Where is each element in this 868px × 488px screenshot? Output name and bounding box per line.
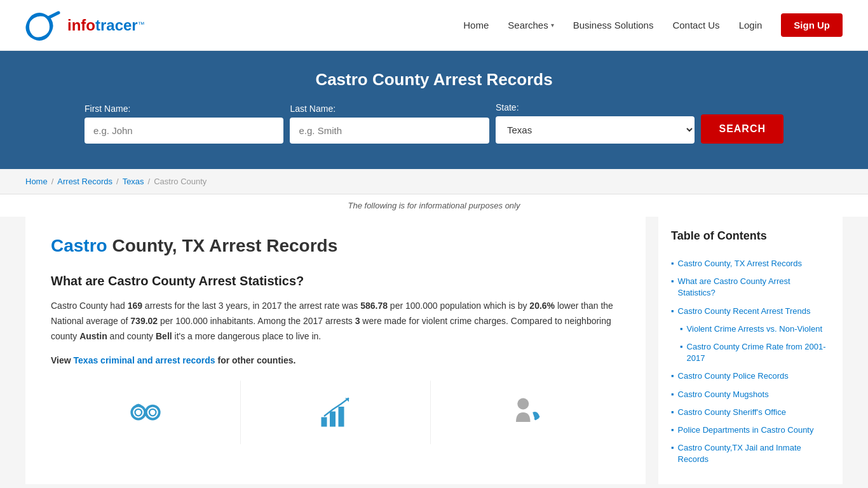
logo-tm: ™ xyxy=(138,20,145,28)
stats-text-8: it's a more dangerous place to live in. xyxy=(172,331,322,341)
toc-item-3: Violent Crime Arrests vs. Non-Violent xyxy=(680,323,830,335)
logo-red: info xyxy=(67,17,95,34)
toc-item-4: Castro County Crime Rate from 2001-2017 xyxy=(680,341,830,364)
breadcrumb: Home / Arrest Records / Texas / Castro C… xyxy=(0,169,868,194)
page-title-rest: County, TX Arrest Records xyxy=(107,236,338,255)
breadcrumb-sep-1: / xyxy=(51,177,54,186)
toc-item-0: Castro County, TX Arrest Records xyxy=(671,258,830,269)
nav-home[interactable]: Home xyxy=(463,20,489,30)
svg-rect-9 xyxy=(330,412,336,427)
chevron-down-icon: ▾ xyxy=(551,22,554,29)
navbar: infotracer™ Home Searches ▾ Business Sol… xyxy=(0,0,868,51)
toc-link-4[interactable]: Castro County Crime Rate from 2001-2017 xyxy=(687,341,830,364)
svg-line-2 xyxy=(48,13,58,18)
chart-icon xyxy=(316,393,355,431)
state-label: State: xyxy=(496,102,695,112)
view-more-link[interactable]: Texas criminal and arrest records xyxy=(74,355,215,365)
disclaimer-bar: The following is for informational purpo… xyxy=(0,194,868,217)
toc-link-6[interactable]: Castro County Mugshots xyxy=(678,389,769,400)
toc-item-8: Police Departments in Castro County xyxy=(671,424,830,436)
icons-row xyxy=(51,381,620,444)
stats-text-7: and county xyxy=(107,331,156,341)
hero-section: Castro County Arrest Records First Name:… xyxy=(0,51,868,169)
view-more-suffix: for other counties. xyxy=(215,355,296,365)
svg-point-12 xyxy=(517,398,529,410)
toc-item-1: What are Castro County Arrest Statistics… xyxy=(671,276,830,299)
icon-card-handcuffs xyxy=(51,381,241,444)
first-name-label: First Name: xyxy=(85,104,283,114)
breadcrumb-home[interactable]: Home xyxy=(25,177,48,186)
signup-button[interactable]: Sign Up xyxy=(781,13,843,37)
disclaimer-text: The following is for informational purpo… xyxy=(348,201,520,210)
page-title-highlight: Castro xyxy=(51,236,107,255)
content-right: Table of Contents Castro County, TX Arre… xyxy=(658,217,843,484)
icon-card-chart xyxy=(241,381,431,444)
toc-item-6: Castro County Mugshots xyxy=(671,389,830,400)
svg-point-7 xyxy=(149,409,156,416)
toc-item-9: Castro County,TX Jail and Inmate Records xyxy=(671,442,830,465)
svg-point-3 xyxy=(132,406,145,419)
stats-text-2: arrests for the last 3 years, in 2017 th… xyxy=(142,301,360,311)
state-select[interactable]: TexasAlabamaAlaskaArizonaArkansasCalifor… xyxy=(496,116,695,144)
toc-link-8[interactable]: Police Departments in Castro County xyxy=(678,424,814,436)
stats-num-1: 169 xyxy=(128,301,142,311)
nav-contact[interactable]: Contact Us xyxy=(672,20,719,30)
handcuffs-icon xyxy=(126,393,165,431)
breadcrumb-arrest-records[interactable]: Arrest Records xyxy=(57,177,112,186)
logo-blue: tracer xyxy=(95,17,138,34)
toc-item-5: Castro County Police Records xyxy=(671,370,830,382)
toc-link-3[interactable]: Violent Crime Arrests vs. Non-Violent xyxy=(687,323,822,335)
search-button[interactable]: SEARCH xyxy=(701,114,783,144)
content-left: Castro County, TX Arrest Records What ar… xyxy=(25,217,646,484)
nav-business[interactable]: Business Solutions xyxy=(573,20,654,30)
svg-point-4 xyxy=(146,406,159,419)
svg-rect-10 xyxy=(339,407,344,427)
toc-title: Table of Contents xyxy=(671,229,830,248)
last-name-input[interactable] xyxy=(290,118,489,144)
view-more-paragraph: View Texas criminal and arrest records f… xyxy=(51,355,620,365)
search-form: First Name: Last Name: State: TexasAlaba… xyxy=(85,102,783,144)
toc-sublist: Violent Crime Arrests vs. Non-Violent Ca… xyxy=(680,323,830,365)
stats-num-4: 739.02 xyxy=(130,316,158,326)
toc-list: Castro County, TX Arrest Records What ar… xyxy=(671,258,830,465)
first-name-group: First Name: xyxy=(85,104,283,144)
stats-text-3: per 100.000 population which is by xyxy=(388,301,529,311)
main-content: Castro County, TX Arrest Records What ar… xyxy=(0,217,868,488)
stats-county-2: Bell xyxy=(156,331,172,341)
toc-link-1[interactable]: What are Castro County Arrest Statistics… xyxy=(678,276,830,299)
nav-links: Home Searches ▾ Business Solutions Conta… xyxy=(463,13,843,37)
section-heading: What are Castro County Arrest Statistics… xyxy=(51,274,620,288)
nav-searches[interactable]: Searches ▾ xyxy=(508,20,553,30)
icon-card-person xyxy=(431,381,620,444)
stats-num-3: 20.6% xyxy=(529,301,555,311)
svg-point-6 xyxy=(135,409,142,416)
svg-rect-8 xyxy=(322,417,327,427)
last-name-label: Last Name: xyxy=(290,104,489,114)
toc-link-7[interactable]: Castro County Sheriff's Office xyxy=(678,407,786,418)
toc-link-5[interactable]: Castro County Police Records xyxy=(678,370,789,382)
logo[interactable]: infotracer™ xyxy=(25,8,145,43)
stats-num-2: 586.78 xyxy=(360,301,388,311)
stats-text-5: per 100.000 inhabitants. Among the 2017 … xyxy=(158,316,355,326)
stats-text-1: Castro County had xyxy=(51,301,128,311)
toc-link-2[interactable]: Castro County Recent Arrest Trends xyxy=(678,306,811,317)
logo-icon xyxy=(25,8,64,43)
hero-title: Castro County Arrest Records xyxy=(25,70,843,90)
breadcrumb-texas[interactable]: Texas xyxy=(123,177,144,186)
toc-item-2: Castro County Recent Arrest Trends xyxy=(671,306,830,317)
person-icon xyxy=(506,393,545,431)
breadcrumb-castro-county: Castro County xyxy=(154,177,207,186)
view-more-text: View xyxy=(51,355,74,365)
first-name-input[interactable] xyxy=(85,118,283,144)
breadcrumb-sep-2: / xyxy=(116,177,119,186)
searches-label: Searches xyxy=(508,20,548,30)
toc-link-0[interactable]: Castro County, TX Arrest Records xyxy=(678,258,802,269)
page-title: Castro County, TX Arrest Records xyxy=(51,236,620,256)
toc-link-9[interactable]: Castro County,TX Jail and Inmate Records xyxy=(678,442,830,465)
stats-paragraph: Castro County had 169 arrests for the la… xyxy=(51,299,620,344)
state-group: State: TexasAlabamaAlaskaArizonaArkansas… xyxy=(496,102,695,144)
login-button[interactable]: Login xyxy=(739,20,763,30)
stats-county-1: Austin xyxy=(79,331,107,341)
toc-item-7: Castro County Sheriff's Office xyxy=(671,407,830,418)
last-name-group: Last Name: xyxy=(290,104,489,144)
